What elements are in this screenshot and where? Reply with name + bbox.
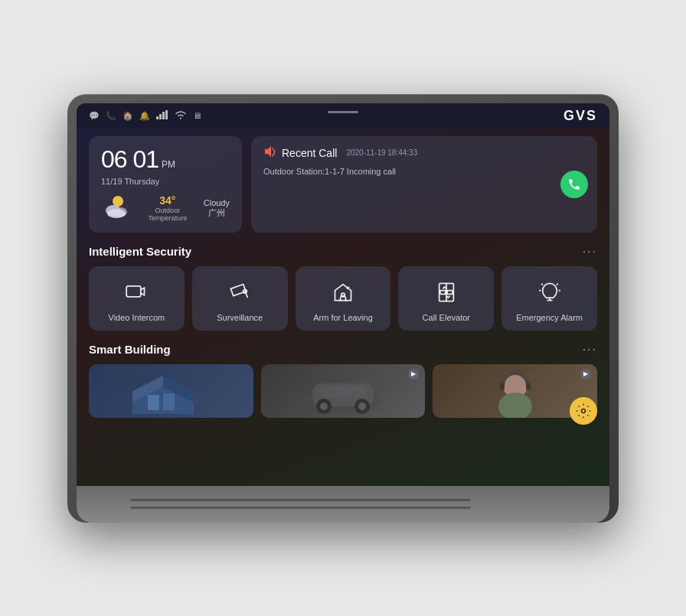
svg-rect-1 — [159, 114, 162, 119]
building-visual-1 — [89, 364, 253, 418]
smart-section-header: Smart Building ··· — [89, 343, 597, 357]
security-section-header: Intelligent Security ··· — [89, 245, 597, 259]
video-intercom-button[interactable]: Video Intercom — [89, 266, 185, 331]
call-action-button[interactable] — [560, 171, 588, 198]
svg-point-30 — [320, 403, 328, 410]
monitor-icon: 🖥 — [193, 111, 201, 120]
svg-rect-34 — [500, 383, 505, 390]
security-section-title: Intelligent Security — [89, 245, 191, 258]
svg-point-36 — [498, 393, 532, 418]
weather-city: Cloudy 广州 — [204, 198, 230, 219]
temp-label: Outdoor Temperature — [141, 207, 194, 222]
smart-card-1[interactable] — [89, 364, 253, 418]
bell-icon: 🔔 — [139, 111, 150, 121]
settings-button[interactable] — [570, 397, 597, 425]
weather-icon — [101, 194, 132, 223]
message-icon: 💬 — [89, 111, 100, 121]
svg-point-4 — [113, 196, 123, 207]
svg-point-37 — [582, 409, 586, 412]
emergency-alarm-label: Emergency Alarm — [516, 312, 583, 323]
drag-handle — [328, 111, 358, 113]
video-intercom-icon — [126, 279, 147, 306]
svg-marker-8 — [265, 146, 271, 157]
security-more-button[interactable]: ··· — [583, 245, 597, 259]
svg-rect-25 — [163, 393, 175, 410]
home-icon: 🏠 — [122, 111, 133, 121]
svg-line-17 — [541, 283, 542, 285]
status-icons: 💬 📞 🏠 🔔 — [89, 110, 201, 121]
security-grid: Video Intercom Surveillance — [89, 266, 597, 331]
surveillance-icon — [229, 279, 250, 306]
call-elevator-button[interactable]: Call Elevator — [398, 266, 494, 331]
time-display: 06 01 PM — [101, 145, 230, 174]
main-content: 06 01 PM 11/19 Thursday — [77, 129, 609, 486]
time-ampm: PM — [162, 159, 175, 170]
status-bar: 💬 📞 🏠 🔔 — [77, 103, 609, 129]
weather-details: 34° Outdoor Temperature Cloudy 广州 — [101, 194, 230, 223]
svg-rect-32 — [320, 386, 366, 397]
arm-for-leaving-label: Arm for Leaving — [313, 312, 373, 323]
base-line-1 — [130, 499, 471, 501]
svg-rect-14 — [447, 290, 452, 294]
smart-section-title: Smart Building — [89, 343, 171, 356]
temp-info: 34° Outdoor Temperature — [141, 194, 194, 222]
emergency-alarm-button[interactable]: Emergency Alarm — [501, 266, 597, 331]
wifi-icon — [175, 110, 187, 121]
call-elevator-label: Call Elevator — [423, 312, 470, 323]
phone-icon: 📞 — [106, 111, 116, 121]
weather-card: 06 01 PM 11/19 Thursday — [89, 136, 242, 233]
svg-rect-35 — [526, 383, 531, 390]
city-name: 广州 — [204, 207, 230, 219]
call-title: Recent Call — [282, 147, 337, 159]
svg-rect-2 — [162, 112, 165, 119]
video-intercom-label: Video Intercom — [109, 312, 165, 323]
temp-value: 34° — [141, 194, 194, 207]
surveillance-label: Surveillance — [217, 312, 263, 323]
surveillance-button[interactable]: Surveillance — [192, 266, 288, 331]
weather-desc: Cloudy — [204, 198, 230, 207]
arm-for-leaving-icon — [332, 279, 354, 306]
svg-rect-24 — [148, 395, 159, 410]
speaker-icon — [263, 145, 276, 161]
call-detail: Outdoor Station:1-1-7 Incoming call — [263, 167, 585, 176]
emergency-alarm-icon — [539, 279, 560, 306]
call-elevator-icon — [436, 279, 457, 306]
building-visual-2 — [261, 364, 426, 418]
call-header: Recent Call 2020-11-19 18:44:33 — [263, 145, 585, 161]
signal-icon — [156, 110, 168, 121]
device: 💬 📞 🏠 🔔 — [67, 94, 619, 523]
svg-rect-0 — [156, 116, 158, 119]
svg-rect-13 — [440, 290, 446, 294]
device-base — [77, 486, 609, 523]
svg-rect-3 — [165, 110, 168, 119]
date-text: 11/19 Thursday — [101, 177, 230, 186]
arm-for-leaving-button[interactable]: Arm for Leaving — [296, 266, 391, 331]
smart-card-dot-3: ▶ — [580, 369, 591, 380]
screen: 💬 📞 🏠 🔔 — [77, 103, 609, 486]
brand-logo: GVS — [564, 108, 597, 124]
top-row: 06 01 PM 11/19 Thursday — [89, 136, 597, 233]
smart-card-2[interactable]: ▶ — [261, 364, 426, 418]
svg-line-18 — [557, 283, 557, 285]
smart-more-button[interactable]: ··· — [583, 343, 597, 357]
call-timestamp: 2020-11-19 18:44:33 — [346, 148, 417, 157]
svg-point-31 — [358, 403, 366, 410]
time-value: 06 01 — [101, 145, 158, 174]
call-card: Recent Call 2020-11-19 18:44:33 Outdoor … — [251, 136, 597, 233]
smart-grid: ▶ ▶ — [89, 364, 597, 418]
svg-point-7 — [107, 209, 126, 218]
base-line-2 — [130, 507, 471, 509]
